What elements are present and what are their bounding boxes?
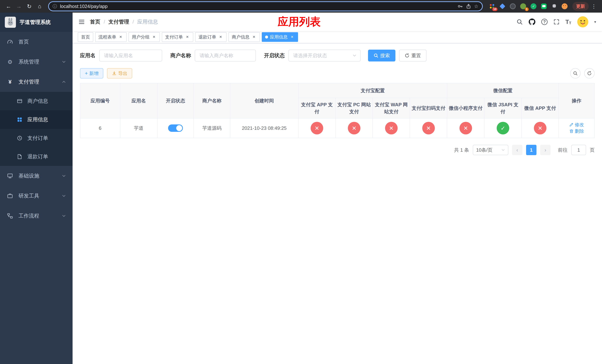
monitor-icon [7,173,13,179]
page-size-select[interactable]: 10条/页 [473,145,508,155]
search-icon[interactable] [516,19,523,25]
url-text: localhost:1024/pay/app [60,4,454,9]
search-button[interactable]: 搜索 [368,50,395,62]
browser-reload-button[interactable]: ↻ [24,1,34,11]
cell-actions: 修改 删除 [559,118,594,138]
sidebar-item-home[interactable]: 首页 [0,32,73,52]
chevron-down-icon [62,174,66,178]
browser-back-button[interactable]: ← [4,1,13,11]
tab-home[interactable]: 首页 [78,32,93,42]
sidebar-item-app-info[interactable]: 应用信息 [0,110,73,129]
sidebar-item-payment-orders[interactable]: 支付订单 [0,129,73,147]
extension-chat-icon[interactable] [540,3,547,10]
cell-alipay-app: ✕ [298,118,336,138]
sidebar-item-label: 支付管理 [19,78,39,85]
merchant-card-icon [16,98,23,104]
browser-home-button[interactable]: ⌂ [35,1,44,11]
add-button[interactable]: + 新增 [80,68,103,78]
browser-update-button[interactable]: 更新 [572,2,589,11]
refresh-table-button[interactable] [584,68,595,78]
col-header-alipay-pc: 支付宝 PC 网站支付 [336,98,373,118]
close-icon[interactable]: × [290,34,295,40]
sidebar-item-label: 商户信息 [27,97,48,105]
close-icon[interactable]: × [185,34,190,40]
status-select[interactable]: 请选择开启状态 [288,50,361,62]
merchant-name-input[interactable] [195,50,256,62]
extension-check-icon[interactable]: ✓ [530,3,537,10]
cell-alipay-wap: ✕ [373,118,410,138]
extension-dark-icon[interactable] [509,3,516,10]
tab-app-info[interactable]: 应用信息× [262,32,298,42]
tab-process-form[interactable]: 流程表单× [95,32,127,42]
extension-avatar-icon[interactable]: 1 [520,3,527,10]
extension-badge: 10 [492,7,498,11]
col-header-merchant: 商户名称 [194,83,230,118]
sidebar-item-workflow[interactable]: 工作流程 [0,206,73,226]
order-clock-icon [16,135,23,141]
close-icon[interactable]: × [218,34,223,40]
sidebar-logo-row[interactable]: 芋道管理系统 [0,13,73,32]
chevron-up-icon [62,80,66,84]
sidebar-item-payment[interactable]: ¥ 支付管理 [0,72,73,92]
reset-button[interactable]: 重置 [399,50,427,62]
bookmark-star-icon[interactable]: ☆ [474,3,478,9]
sidebar-item-infrastructure[interactable]: 基础设施 [0,166,73,186]
cell-status [157,118,194,138]
app-title: 芋道管理系统 [20,19,51,26]
tab-user-group[interactable]: 用户分组× [129,32,160,42]
help-icon[interactable]: ? [541,19,548,25]
cell-created: 2021-10-23 08:49:25 [230,118,298,138]
status-toggle[interactable] [168,124,183,132]
tab-refund-orders[interactable]: 退款订单× [195,32,226,42]
hamburger-icon[interactable] [78,19,85,25]
export-button[interactable]: 导出 [107,68,132,78]
sidebar-item-label: 退款订单 [27,153,48,160]
extensions-puzzle-icon[interactable] [551,3,558,10]
address-bar[interactable]: ⓘ localhost:1024/pay/app ☆ [48,1,483,11]
extension-gem-icon[interactable] [499,3,506,10]
breadcrumb-payment[interactable]: 支付管理 [108,18,129,25]
close-icon[interactable]: × [151,34,157,40]
share-icon[interactable] [466,4,471,9]
sidebar-item-label: 基础设施 [19,172,39,179]
next-page-button[interactable]: › [540,145,550,155]
breadcrumb-current: 应用信息 [137,18,158,25]
app-name-input[interactable] [99,50,162,62]
filter-form: 应用名 商户名称 开启状态 请选择开启状态 搜索 [80,50,595,62]
site-info-icon[interactable]: ⓘ [53,3,57,9]
github-icon[interactable] [529,19,535,25]
user-avatar[interactable] [577,16,588,27]
browser-profile-avatar[interactable] [561,3,568,10]
fullscreen-icon[interactable] [553,19,559,25]
sidebar-item-label: 支付订单 [27,135,48,142]
cell-wx-mini: ✕ [447,118,484,138]
alipay-app-status-icon: ✕ [311,122,323,134]
font-size-icon[interactable]: TT [565,19,571,25]
app-table: 应用编号 应用名 开启状态 商户名称 创建时间 支付宝配置 微信配置 操作 支付… [80,83,595,138]
extension-grid-icon[interactable]: 10 [489,3,495,10]
close-icon[interactable]: × [251,34,257,40]
prev-page-button[interactable]: ‹ [512,145,522,155]
edit-button[interactable]: 修改 [569,122,584,128]
breadcrumb-home[interactable]: 首页 [90,18,100,25]
page-number-button[interactable]: 1 [526,145,537,155]
goto-page-input[interactable] [571,145,586,155]
avatar-caret-icon[interactable]: ▾ [594,20,596,24]
tab-merchant-info[interactable]: 商户信息× [228,32,260,42]
main-content: 应用名 商户名称 开启状态 请选择开启状态 搜索 [73,43,602,364]
password-key-icon[interactable] [457,3,463,9]
browser-menu-icon[interactable]: ⋮ [589,3,598,10]
sidebar-item-label: 应用信息 [27,116,48,123]
sidebar-item-dev-tools[interactable]: 研发工具 [0,186,73,206]
sidebar-item-system[interactable]: ⚙ 系统管理 [0,52,73,72]
delete-button[interactable]: 删除 [569,128,584,134]
toggle-search-button[interactable] [570,68,580,78]
sidebar-item-label: 首页 [19,38,29,45]
browser-forward-button[interactable]: → [14,1,24,11]
sidebar-item-merchant-info[interactable]: 商户信息 [0,92,73,110]
close-icon[interactable]: × [118,34,123,40]
col-header-alipay-wap: 支付宝 WAP 网站支付 [373,98,410,118]
browser-window: ← → ↻ ⌂ ⓘ localhost:1024/pay/app ☆ 10 1 [0,0,602,364]
tab-payment-orders[interactable]: 支付订单× [162,32,193,42]
sidebar-item-refund-orders[interactable]: 退款订单 [0,147,73,166]
